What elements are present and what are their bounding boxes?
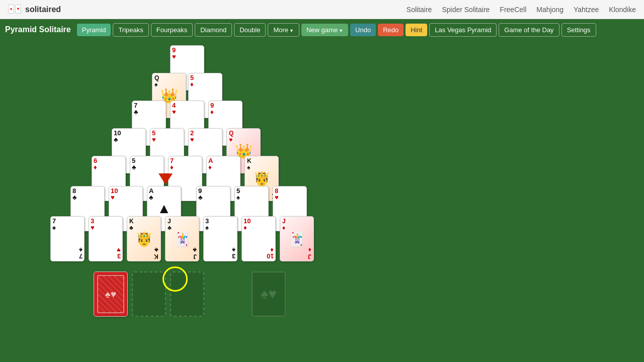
game-title: Pyramid Solitaire <box>5 25 71 34</box>
logo-text: solitaired <box>25 5 61 14</box>
nav-link-freecell[interactable]: FreeCell <box>500 6 526 14</box>
redo-button[interactable]: Redo <box>378 24 404 36</box>
card-jc-r7[interactable]: J♣ 🃏 J♣ <box>165 216 199 261</box>
card-10d-r7[interactable]: 10 ♦ 10 ♦ <box>242 216 276 261</box>
more-button[interactable]: More▼ <box>268 23 299 37</box>
card-3s-r7[interactable]: 3 ♠ 3 ♠ <box>203 216 237 261</box>
nav-link-solitaire[interactable]: Solitaire <box>407 6 432 14</box>
waste-slot-1 <box>132 272 166 317</box>
top-nav-links: Solitaire Spider Solitaire FreeCell Mahj… <box>407 6 636 14</box>
hint-button[interactable]: Hint <box>406 24 427 36</box>
game-of-day-button[interactable]: Game of the Day <box>499 23 559 37</box>
card-kc-r7[interactable]: K♣ 🤴 K♣ <box>127 216 161 261</box>
game-area: 9 ♥ 9 ♥ Q♠ 👑 Q♠ 5 ♦ 5 ♦ 7 ♣ 7 ♣ 4 ♥ 4 ♥ … <box>0 40 644 362</box>
top-navigation: ♠ ♥ solitaired Solitaire Spider Solitair… <box>0 0 644 19</box>
nav-link-spider[interactable]: Spider Solitaire <box>442 6 490 14</box>
card-jd-r7[interactable]: J♦ 🃏 J♦ <box>280 216 314 261</box>
card-7s-r7[interactable]: 7 ♠ 7 ♠ <box>50 216 85 261</box>
arrow-down-indicator <box>158 173 173 185</box>
nav-link-yahtzee[interactable]: Yahtzee <box>574 6 599 14</box>
settings-button[interactable]: Settings <box>561 23 596 37</box>
variant-pyramid[interactable]: Pyramid <box>77 24 111 36</box>
stock-pile[interactable]: ♠♥ <box>94 272 128 317</box>
waste-slot-2 <box>170 272 204 317</box>
variant-double[interactable]: Double <box>234 23 266 37</box>
new-game-button[interactable]: New game▼ <box>301 24 348 36</box>
variant-diamond[interactable]: Diamond <box>195 23 232 37</box>
nav-link-mahjong[interactable]: Mahjong <box>536 6 564 14</box>
card-back-design: ♠♥ <box>97 275 124 313</box>
variant-fourpeaks[interactable]: Fourpeaks <box>151 23 193 37</box>
logo-icon: ♠ ♥ <box>8 5 22 15</box>
undo-button[interactable]: Undo <box>350 24 376 36</box>
card-3h-r7[interactable]: 3 ♥ 3 ♥ <box>89 216 123 261</box>
game-navigation: Pyramid Solitaire Pyramid Tripeaks Fourp… <box>0 19 644 40</box>
las-vegas-button[interactable]: Las Vegas Pyramid <box>429 23 497 37</box>
site-logo[interactable]: ♠ ♥ solitaired <box>8 5 61 15</box>
score-pile: ♠♥ <box>252 272 286 317</box>
nav-link-klondike[interactable]: Klondike <box>609 6 636 14</box>
variant-tripeaks[interactable]: Tripeaks <box>113 23 148 37</box>
